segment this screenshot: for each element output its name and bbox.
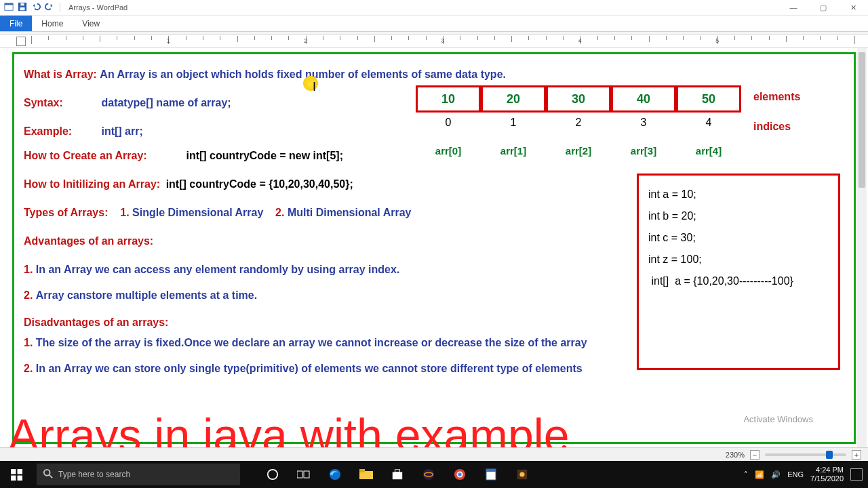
window-title: Arrays - WordPad [68,3,127,12]
label-syntax: Syntax: [24,95,98,111]
array-cell: 30 [546,85,611,113]
eclipse-icon[interactable] [414,461,443,488]
types-2-num: 2. [275,207,284,218]
task-view-icon[interactable] [289,461,319,488]
array-cell: 50 [676,85,741,113]
text-syntax: datatype[] name of array; [101,97,231,108]
wordpad-taskbar-icon[interactable] [476,461,506,488]
store-icon[interactable] [382,461,412,488]
label-example: Example: [24,123,98,140]
array-diagram: elements indices 10 20 30 40 50 0 1 2 3 … [416,85,836,157]
array-index: 0 [416,117,481,129]
search-icon [43,469,53,481]
search-placeholder: Type here to search [58,470,130,479]
svg-rect-25 [486,469,496,472]
svg-rect-8 [17,475,22,480]
horizontal-ruler[interactable]: 12345 [31,36,854,47]
svg-rect-18 [395,470,399,472]
taskbar-search[interactable]: Type here to search [37,464,240,485]
tray-volume-icon[interactable]: 🔊 [771,470,781,479]
adv-1-text: In an Array we can access any element ra… [36,264,400,275]
zoom-slider[interactable] [765,453,846,456]
code-line: int c = 30; [648,227,829,249]
redo-icon[interactable] [45,2,54,13]
tab-view[interactable]: View [73,16,109,31]
title-bar: Arrays - WordPad — ▢ ✕ [0,0,868,16]
array-cell: 40 [611,85,676,113]
tray-language[interactable]: ENG [787,470,804,479]
document-page[interactable]: I What is Array: An Array is an object w… [12,52,856,444]
scrollbar-thumb[interactable] [859,52,865,188]
tray-chevron-up-icon[interactable]: ˄ [744,470,748,479]
svg-rect-16 [359,469,365,472]
tab-home[interactable]: Home [32,16,73,31]
cortana-icon[interactable] [258,461,288,488]
svg-point-9 [44,469,50,475]
zoom-in-button[interactable]: + [852,450,861,460]
text-what-is-array: An Array is an object which holds fixed … [100,68,506,80]
tray-network-icon[interactable]: 📶 [755,470,764,479]
tab-selector-icon[interactable] [16,37,26,46]
undo-icon[interactable] [31,2,41,13]
types-1-num: 1. [120,207,129,218]
maximize-button[interactable]: ▢ [808,0,838,16]
array-ref: arr[3] [611,145,676,157]
adv-2-text: Array canstore multiple elements at a ti… [36,289,257,301]
svg-point-11 [268,470,277,479]
svg-rect-4 [20,3,24,6]
save-icon[interactable] [18,2,27,13]
ruler-row: 12345 [0,35,868,48]
types-2-text: Multi Dimensional Array [288,207,412,218]
start-button[interactable] [0,461,33,488]
svg-point-27 [519,472,524,476]
minimize-button[interactable]: — [778,0,808,16]
app-icon[interactable] [507,461,537,488]
zoom-out-button[interactable]: − [750,450,760,460]
dis-2-num: 2. [24,363,33,374]
adv-1-num: 1. [24,264,33,275]
zoom-slider-thumb[interactable] [826,451,833,459]
windows-taskbar: Type here to search ˄ 📶 🔊 ENG 4:24 PM 7/… [0,461,868,488]
array-ref: arr[2] [546,145,611,157]
status-bar: 230% − + [0,447,868,461]
activate-windows-watermark: Activate Windows [743,414,813,424]
svg-rect-7 [11,475,16,480]
adv-2-num: 2. [24,289,33,301]
svg-rect-17 [393,472,402,479]
dis-1-text: The size of the array is fixed.Once we d… [36,337,587,348]
svg-rect-12 [297,471,302,478]
code-line: int b = 20; [648,205,829,227]
document-viewport: I What is Array: An Array is an object w… [0,48,868,448]
array-index: 2 [546,117,611,129]
chrome-icon[interactable] [445,461,475,488]
text-create-array: int[] countryCode = new int[5]; [186,150,343,161]
tray-time: 4:24 PM [810,466,844,474]
svg-rect-1 [5,3,13,5]
dis-1-num: 1. [24,337,33,348]
tab-file[interactable]: File [0,16,32,31]
edge-icon[interactable] [320,461,350,488]
svg-rect-3 [20,7,25,10]
label-elements: elements [753,91,800,103]
close-button[interactable]: ✕ [838,0,868,16]
file-explorer-icon[interactable] [351,461,381,488]
svg-rect-5 [11,469,16,474]
dis-2-text: In an Array we can store only single typ… [36,363,583,374]
tray-clock[interactable]: 4:24 PM 7/15/2020 [810,466,844,483]
array-ref: arr[0] [416,145,481,157]
svg-rect-13 [304,471,309,478]
array-cell: 20 [481,85,546,113]
notifications-icon[interactable] [850,468,863,481]
taskbar-pinned-apps [258,461,537,488]
array-ref: arr[4] [676,145,741,157]
text-init-array: int[] countryCode = {10,20,30,40,50}; [166,178,353,190]
vertical-scrollbar[interactable] [857,48,867,448]
wordpad-app-icon [4,2,14,13]
array-index: 3 [611,117,676,129]
label-types: Types of Arrays: [24,207,108,218]
code-line: int z = 100; [648,249,829,270]
text-example: int[] arr; [101,125,142,137]
label-init-array: How to Initilizing an Array: [24,178,160,190]
types-1-text: Single Dimensional Array [132,207,263,218]
window-controls: — ▢ ✕ [778,0,868,16]
